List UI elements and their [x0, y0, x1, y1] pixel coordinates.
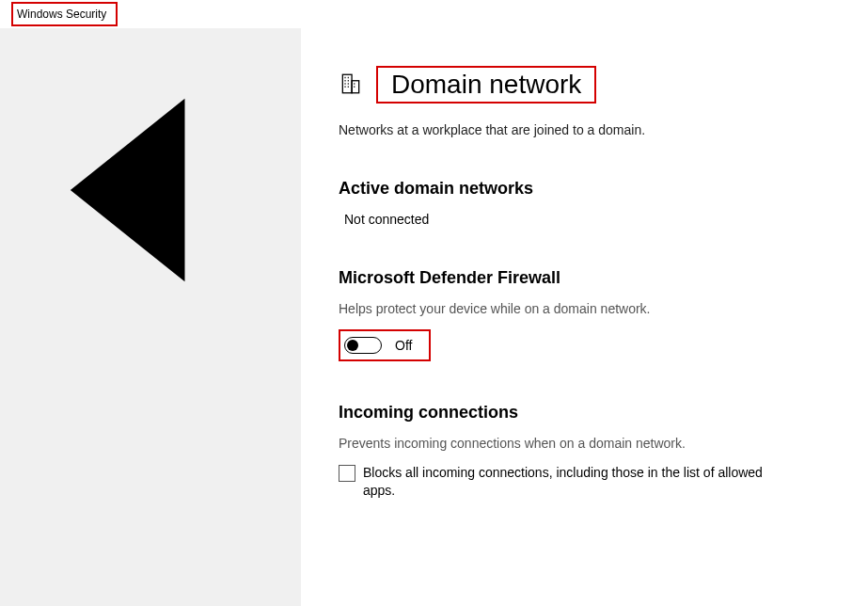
firewall-state-label: Off — [395, 338, 412, 353]
svg-rect-7 — [342, 74, 352, 93]
block-incoming-checkbox[interactable] — [339, 465, 355, 482]
sidebar: Home Virus & threat protection Account p… — [0, 28, 301, 606]
building-icon — [339, 72, 363, 99]
firewall-toggle-highlight: Off — [339, 329, 431, 361]
section-incoming: Incoming connections Prevents incoming c… — [339, 403, 830, 500]
active-networks-status: Not connected — [344, 212, 830, 227]
content-area: Domain network Networks at a workplace t… — [301, 28, 868, 606]
section-active-networks: Active domain networks Not connected — [339, 179, 830, 227]
section-heading: Microsoft Defender Firewall — [339, 268, 830, 288]
arrow-left-icon — [13, 312, 288, 331]
window-titlebar: Windows Security — [0, 0, 868, 28]
menu-button[interactable] — [0, 351, 301, 606]
toggle-knob — [347, 340, 358, 351]
section-help: Helps protect your device while on a dom… — [339, 301, 830, 316]
section-firewall: Microsoft Defender Firewall Helps protec… — [339, 268, 830, 361]
section-heading: Active domain networks — [339, 179, 830, 199]
back-button[interactable] — [0, 47, 301, 338]
section-heading: Incoming connections — [339, 403, 830, 423]
firewall-toggle[interactable] — [344, 337, 382, 354]
svg-rect-8 — [352, 80, 359, 92]
window-title: Windows Security — [11, 2, 118, 26]
page-title: Domain network — [376, 66, 596, 104]
block-incoming-label: Blocks all incoming connections, includi… — [363, 464, 767, 500]
section-help: Prevents incoming connections when on a … — [339, 436, 830, 451]
page-subtitle: Networks at a workplace that are joined … — [339, 122, 830, 137]
